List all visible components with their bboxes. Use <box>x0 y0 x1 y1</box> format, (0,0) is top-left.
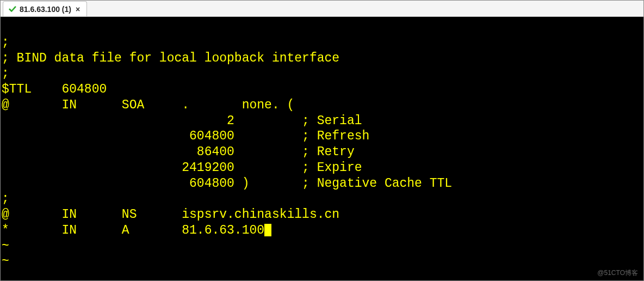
tab-active[interactable]: 81.6.63.100 (1) × <box>3 1 87 16</box>
file-line: 86400 ; Retry <box>2 145 355 159</box>
file-line: $TTL 604800 <box>2 82 107 96</box>
file-line: 604800 ) ; Negative Cache TTL <box>2 176 452 191</box>
terminal[interactable]: ; ; BIND data file for local loopback in… <box>1 17 643 280</box>
tab-title: 81.6.63.100 (1) <box>20 5 71 14</box>
tab-bar: 81.6.63.100 (1) × <box>1 1 643 17</box>
file-line: 2419200 ; Expire <box>2 161 362 175</box>
app-window: 81.6.63.100 (1) × ; ; BIND data file for… <box>0 0 644 281</box>
file-line: ; <box>2 192 9 206</box>
vim-tilde: ~ <box>2 254 9 268</box>
file-line: ; <box>2 35 9 50</box>
check-icon <box>9 5 16 13</box>
file-line-last: * IN A 81.6.63.100 <box>2 223 271 237</box>
close-icon[interactable]: × <box>75 5 81 14</box>
file-line: 2 ; Serial <box>2 114 362 128</box>
file-line: ; BIND data file for local loopback inte… <box>2 51 339 65</box>
vim-tilde: ~ <box>2 239 9 253</box>
file-line: 604800 ; Refresh <box>2 129 369 143</box>
file-line: @ IN NS ispsrv.chinaskills.cn <box>2 207 339 222</box>
cursor-block <box>264 224 271 236</box>
file-line: @ IN SOA . none. ( <box>2 98 294 112</box>
watermark: @51CTO博客 <box>597 269 638 277</box>
file-line: ; <box>2 66 9 81</box>
